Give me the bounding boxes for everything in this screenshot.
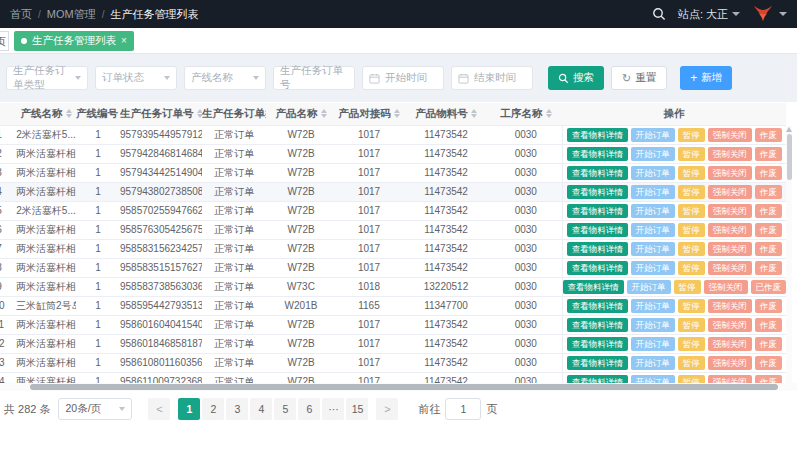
column-header-6[interactable]: 产品对接码 xyxy=(336,103,402,125)
force-close-button[interactable]: 强制关闭 xyxy=(708,318,752,332)
page-button-15[interactable]: 15 xyxy=(346,398,368,420)
void-button[interactable]: 作废 xyxy=(755,299,782,313)
prev-page-button[interactable]: < xyxy=(148,398,170,420)
sort-icon[interactable] xyxy=(394,109,400,118)
search-icon[interactable] xyxy=(652,7,666,21)
order-status-select[interactable]: 订单状态 xyxy=(95,66,177,90)
view-material-button[interactable]: 查看物料详情 xyxy=(563,280,624,294)
tab-production-task-list[interactable]: 生产任务管理列表 × xyxy=(14,31,134,51)
end-time-picker[interactable]: 结束时间 xyxy=(451,66,533,90)
column-header-8[interactable]: 工序名称 xyxy=(490,103,562,125)
view-material-button[interactable]: 查看物料详情 xyxy=(567,242,628,256)
void-button[interactable]: 作废 xyxy=(755,356,782,370)
view-material-button[interactable]: 查看物料详情 xyxy=(567,223,628,237)
start-order-button[interactable]: 开始订单 xyxy=(631,261,675,275)
breadcrumb-home[interactable]: 首页 xyxy=(10,7,32,22)
vertical-scrollbar[interactable] xyxy=(786,126,792,383)
pause-button[interactable]: 暂停 xyxy=(674,280,701,294)
start-order-button[interactable]: 开始订单 xyxy=(631,185,675,199)
void-button[interactable]: 已作废 xyxy=(751,280,787,294)
sort-icon[interactable] xyxy=(546,109,552,118)
view-material-button[interactable]: 查看物料详情 xyxy=(567,128,628,142)
sort-icon[interactable] xyxy=(471,109,477,118)
column-header-1[interactable]: 产线名称 xyxy=(16,103,76,125)
force-close-button[interactable]: 强制关闭 xyxy=(708,299,752,313)
view-material-button[interactable]: 查看物料详情 xyxy=(567,356,628,370)
void-button[interactable]: 作废 xyxy=(755,261,782,275)
void-button[interactable]: 作废 xyxy=(755,128,782,142)
force-close-button[interactable]: 强制关闭 xyxy=(704,280,748,294)
horizontal-scrollbar[interactable] xyxy=(0,383,797,391)
start-order-button[interactable]: 开始订单 xyxy=(631,223,675,237)
page-button-5[interactable]: 5 xyxy=(274,398,296,420)
pause-button[interactable]: 暂停 xyxy=(678,318,705,332)
force-close-button[interactable]: 强制关闭 xyxy=(708,185,752,199)
force-close-button[interactable]: 强制关闭 xyxy=(708,147,752,161)
user-menu[interactable] xyxy=(752,4,787,24)
sort-icon[interactable] xyxy=(66,109,72,118)
void-button[interactable]: 作废 xyxy=(755,147,782,161)
page-ellipsis[interactable]: ··· xyxy=(322,398,344,420)
column-header-5[interactable]: 产品名称 xyxy=(266,103,336,125)
start-time-picker[interactable]: 开始时间 xyxy=(362,66,444,90)
search-button[interactable]: 搜索 xyxy=(548,66,604,90)
column-header-2[interactable]: 产线编号 xyxy=(76,103,120,125)
pause-button[interactable]: 暂停 xyxy=(678,204,705,218)
start-order-button[interactable]: 开始订单 xyxy=(631,204,675,218)
page-button-1[interactable]: 1 xyxy=(178,398,200,420)
view-material-button[interactable]: 查看物料详情 xyxy=(567,147,628,161)
void-button[interactable]: 作废 xyxy=(755,337,782,351)
void-button[interactable]: 作废 xyxy=(755,185,782,199)
force-close-button[interactable]: 强制关闭 xyxy=(708,242,752,256)
breadcrumb-mom[interactable]: MOM管理 xyxy=(47,7,96,22)
goto-page-input[interactable] xyxy=(445,398,481,420)
void-button[interactable]: 作废 xyxy=(755,223,782,237)
force-close-button[interactable]: 强制关闭 xyxy=(708,204,752,218)
column-header-3[interactable]: 生产任务订单号 xyxy=(120,103,202,125)
view-material-button[interactable]: 查看物料详情 xyxy=(567,204,628,218)
site-selector[interactable]: 站点: 大正 xyxy=(678,7,740,22)
start-order-button[interactable]: 开始订单 xyxy=(631,356,675,370)
force-close-button[interactable]: 强制关闭 xyxy=(708,337,752,351)
pause-button[interactable]: 暂停 xyxy=(678,128,705,142)
start-order-button[interactable]: 开始订单 xyxy=(627,280,671,294)
pause-button[interactable]: 暂停 xyxy=(678,337,705,351)
force-close-button[interactable]: 强制关闭 xyxy=(708,166,752,180)
view-material-button[interactable]: 查看物料详情 xyxy=(567,337,628,351)
view-material-button[interactable]: 查看物料详情 xyxy=(567,318,628,332)
order-no-input[interactable]: 生产任务订单号 xyxy=(273,66,355,90)
page-button-4[interactable]: 4 xyxy=(250,398,272,420)
pause-button[interactable]: 暂停 xyxy=(678,242,705,256)
void-button[interactable]: 作废 xyxy=(755,166,782,180)
start-order-button[interactable]: 开始订单 xyxy=(631,166,675,180)
tab-home-clipped[interactable]: 首页 xyxy=(0,31,9,51)
pause-button[interactable]: 暂停 xyxy=(678,185,705,199)
line-name-select[interactable]: 产线名称 xyxy=(184,66,266,90)
force-close-button[interactable]: 强制关闭 xyxy=(708,128,752,142)
page-button-6[interactable]: 6 xyxy=(298,398,320,420)
view-material-button[interactable]: 查看物料详情 xyxy=(567,166,628,180)
vertical-scrollbar-thumb[interactable] xyxy=(787,134,792,180)
horizontal-scrollbar-thumb[interactable] xyxy=(30,384,778,390)
view-material-button[interactable]: 查看物料详情 xyxy=(567,261,628,275)
pause-button[interactable]: 暂停 xyxy=(678,261,705,275)
reset-button[interactable]: ↻ 重置 xyxy=(611,66,667,90)
start-order-button[interactable]: 开始订单 xyxy=(631,299,675,313)
start-order-button[interactable]: 开始订单 xyxy=(631,242,675,256)
start-order-button[interactable]: 开始订单 xyxy=(631,318,675,332)
view-material-button[interactable]: 查看物料详情 xyxy=(567,185,628,199)
page-button-3[interactable]: 3 xyxy=(226,398,248,420)
scroll-up-icon[interactable] xyxy=(786,127,792,132)
sort-icon[interactable] xyxy=(321,109,327,118)
start-order-button[interactable]: 开始订单 xyxy=(631,128,675,142)
pause-button[interactable]: 暂停 xyxy=(678,299,705,313)
force-close-button[interactable]: 强制关闭 xyxy=(708,223,752,237)
pause-button[interactable]: 暂停 xyxy=(678,147,705,161)
add-button[interactable]: + 新增 xyxy=(680,66,732,90)
void-button[interactable]: 作废 xyxy=(755,204,782,218)
start-order-button[interactable]: 开始订单 xyxy=(631,147,675,161)
start-order-button[interactable]: 开始订单 xyxy=(631,337,675,351)
force-close-button[interactable]: 强制关闭 xyxy=(708,261,752,275)
next-page-button[interactable]: > xyxy=(376,398,398,420)
void-button[interactable]: 作废 xyxy=(755,318,782,332)
